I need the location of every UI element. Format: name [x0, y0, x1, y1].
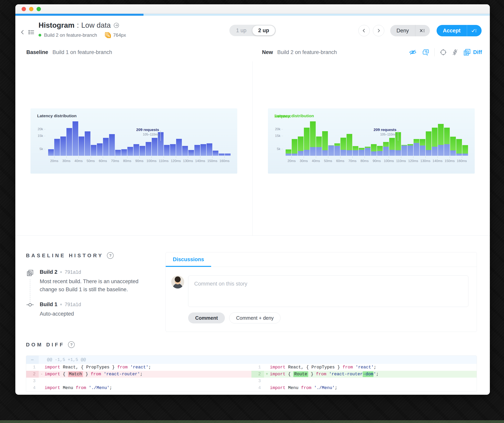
hide-baseline-button[interactable]: [409, 49, 417, 56]
histogram-bar: [188, 150, 194, 156]
zoom-window-button[interactable]: [36, 7, 41, 11]
build-status-text: Build 2 on feature-branch: [44, 32, 97, 38]
help-icon[interactable]: ?: [68, 341, 75, 348]
histogram-bar: [66, 128, 72, 156]
histogram-bar: [91, 145, 96, 156]
discussions-panel: Discussions Comment Comment + deny: [166, 252, 477, 332]
app-window: Histogram : Low data Build 2 on feature-…: [15, 4, 490, 395]
histogram-bar: [359, 148, 364, 156]
hunk-expander[interactable]: ⋯: [26, 356, 39, 364]
y-tick-label: 5k: [277, 147, 283, 151]
build-name[interactable]: Build 1: [40, 301, 57, 307]
commit-hash[interactable]: 791a1d: [65, 269, 81, 275]
view-mode-toggle: 1 up 2 up: [229, 25, 276, 36]
accept-batch-icon[interactable]: [467, 25, 482, 36]
histogram-bar: [377, 146, 383, 156]
histogram-bar: [121, 149, 127, 156]
x-tick-label: 30ms: [300, 159, 308, 163]
histogram-bar: [401, 145, 407, 156]
histogram-bar: [438, 124, 444, 156]
story-name: Low data: [81, 21, 111, 29]
baseline-label: Baseline: [26, 49, 48, 55]
baseline-chart: Latency distribution 20k15k5k209 request…: [30, 108, 237, 174]
chat-bubbles-icon: [422, 49, 429, 56]
diff-code-line: 3: [252, 378, 477, 384]
histogram-bar: [292, 139, 297, 156]
histogram-bar: [341, 138, 346, 156]
next-change-button[interactable]: [373, 25, 384, 36]
diff-code-line: 3: [26, 378, 252, 384]
dom-diff-old: 1import React, { PropTypes } from 'react…: [26, 364, 252, 391]
baseline-build: Build 1 on feature-branch: [53, 49, 112, 55]
close-window-button[interactable]: [22, 7, 26, 11]
x-tick-label: 70ms: [348, 159, 357, 163]
accept-button[interactable]: Accept: [437, 25, 482, 36]
histogram-bar: [426, 131, 432, 156]
y-tick-label: 5k: [40, 147, 45, 151]
comment-button[interactable]: Comment: [188, 312, 225, 323]
diff-code-line: 4import Menu from './Menu';: [26, 384, 252, 391]
histogram-bar: [322, 131, 328, 156]
deny-button[interactable]: Deny: [390, 25, 430, 36]
x-tick-label: 20ms: [288, 159, 296, 163]
x-tick-label: 160ms: [220, 159, 230, 163]
tab-discussions[interactable]: Discussions: [166, 252, 211, 267]
chevron-left-icon: [361, 28, 366, 33]
histogram-bar: [420, 139, 425, 156]
commit-hash[interactable]: 791a1d: [65, 302, 81, 307]
comment-deny-button[interactable]: Comment + deny: [229, 312, 281, 323]
histogram-bar: [115, 150, 121, 156]
histogram-bar: [109, 134, 115, 156]
annotation-range: 105–110ms: [348, 133, 396, 136]
minimize-window-button[interactable]: [29, 7, 33, 11]
histogram-bar: [103, 138, 109, 156]
toggle-2up[interactable]: 2 up: [252, 25, 275, 35]
build-note: Most recent build. There is an unaccepte…: [40, 277, 146, 294]
y-axis: 20k15k5k: [275, 121, 286, 156]
hunk-header: @@ -1,5 +1,5 @@: [39, 356, 86, 364]
viewport-size: 764px: [113, 32, 126, 38]
story-list-button[interactable]: [28, 26, 35, 38]
chart-title: Latency distribution: [37, 113, 231, 119]
toggle-1up[interactable]: 1 up: [230, 25, 252, 35]
help-icon[interactable]: ?: [107, 252, 114, 259]
x-tick-label: 40ms: [74, 159, 83, 163]
build-name[interactable]: Build 2: [40, 269, 57, 275]
diff-code-line: 2+import { Route } from 'react-router-do…: [252, 371, 477, 378]
focus-button[interactable]: [440, 49, 447, 56]
previous-change-button[interactable]: [358, 25, 370, 36]
dot-separator: [60, 271, 62, 273]
baseline-snapshot-pane: Latency distribution 20k15k5k209 request…: [15, 61, 252, 235]
x-tick-label: 110ms: [159, 159, 169, 163]
histogram-bar: [182, 146, 188, 156]
histogram-bar: [164, 145, 170, 156]
x-axis: 20ms30ms40ms50ms60ms70ms80ms90ms100ms110…: [48, 156, 231, 165]
x-tick-label: 140ms: [432, 159, 443, 163]
x-tick-label: 80ms: [360, 159, 369, 163]
deny-batch-icon[interactable]: [415, 25, 430, 36]
new-chart: Latency Request distribution 20k15k5k209…: [268, 108, 475, 174]
histogram-bar: [48, 149, 54, 156]
open-story-button[interactable]: [113, 22, 120, 29]
back-button[interactable]: [20, 26, 25, 38]
flash-off-button[interactable]: [452, 49, 458, 56]
histogram-bar: [170, 144, 176, 156]
histogram-bar: [286, 149, 291, 156]
histogram-bar: [371, 144, 377, 156]
histogram-bar: [207, 143, 212, 156]
y-tick-label: 15k: [38, 134, 45, 138]
diff-toggle-button[interactable]: Diff: [463, 48, 482, 56]
x-tick-label: 100ms: [384, 159, 394, 163]
x-tick-label: 60ms: [336, 159, 344, 163]
histogram-bar: [414, 139, 419, 156]
histogram-bar: [456, 139, 462, 156]
histogram-bars: [48, 121, 231, 156]
histogram-bar: [310, 121, 316, 156]
component-name: Histogram: [39, 21, 74, 29]
histogram-bar: [127, 147, 133, 156]
x-tick-label: 130ms: [183, 159, 193, 163]
histogram-bar: [97, 143, 103, 156]
comments-button[interactable]: [422, 49, 429, 56]
chart-title-word-new: Request: [275, 114, 291, 119]
comment-input[interactable]: [188, 276, 468, 307]
